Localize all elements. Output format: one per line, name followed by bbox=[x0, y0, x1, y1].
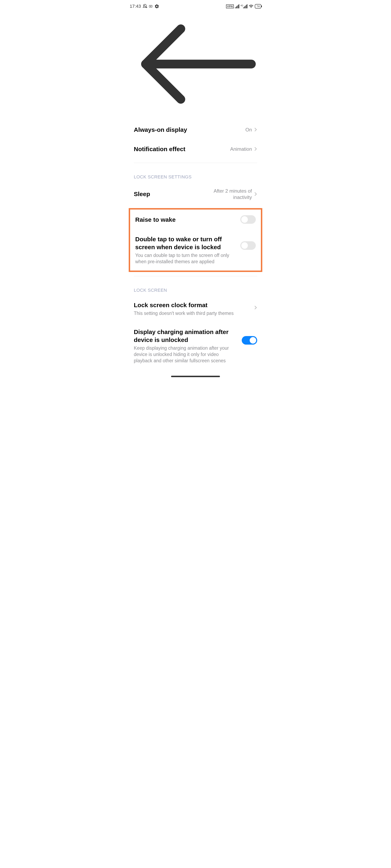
toggle-raise-to-wake[interactable] bbox=[240, 215, 256, 224]
gear-icon bbox=[155, 4, 159, 9]
row-title: Always-on display bbox=[134, 126, 241, 134]
row-title: Lock screen clock format bbox=[134, 301, 250, 309]
section-lock-screen: LOCK SCREEN bbox=[123, 276, 268, 296]
row-title: Raise to wake bbox=[135, 216, 236, 223]
wifi-icon bbox=[249, 4, 254, 9]
battery-box-icon bbox=[149, 5, 153, 8]
row-value: Animation bbox=[230, 146, 252, 152]
row-sleep[interactable]: Sleep After 2 minutes of inactivity bbox=[123, 182, 268, 206]
toggle-double-tap-wake[interactable] bbox=[240, 241, 256, 250]
toggle-knob bbox=[241, 242, 248, 249]
toggle-knob bbox=[241, 216, 248, 223]
row-notification-effect[interactable]: Notification effect Animation bbox=[123, 140, 268, 159]
chevron-right-icon bbox=[254, 192, 257, 196]
status-bar: 17:43 VPN 4G bbox=[123, 0, 268, 11]
row-sub: This setting doesn't work with third par… bbox=[134, 310, 250, 316]
toggle-knob bbox=[250, 337, 256, 344]
signal-2-wrap: 4G bbox=[241, 4, 247, 8]
vpn-badge: VPN bbox=[226, 4, 234, 8]
row-title: Notification effect bbox=[134, 145, 226, 153]
battery-indicator: 74 bbox=[255, 4, 261, 8]
dnd-icon bbox=[143, 4, 147, 9]
toggle-charging-animation[interactable] bbox=[242, 336, 257, 345]
header bbox=[123, 11, 268, 120]
row-title: Display charging animation after device … bbox=[134, 328, 238, 344]
chevron-right-icon bbox=[254, 305, 257, 310]
status-right: VPN 4G 74 bbox=[226, 4, 261, 9]
row-title: Double tap to wake or turn off screen wh… bbox=[135, 235, 236, 251]
row-title: Sleep bbox=[134, 190, 195, 198]
row-clock-format[interactable]: Lock screen clock format This setting do… bbox=[123, 296, 268, 322]
svg-point-1 bbox=[150, 6, 151, 7]
back-arrow-icon[interactable] bbox=[134, 108, 257, 112]
row-value: After 2 minutes of inactivity bbox=[199, 188, 252, 200]
status-left: 17:43 bbox=[130, 4, 159, 9]
navigation-bar bbox=[123, 370, 268, 381]
signal-1-icon bbox=[235, 4, 239, 8]
row-sub: Keep displaying charging animation after… bbox=[134, 345, 238, 364]
home-handle[interactable] bbox=[171, 376, 220, 377]
section-lock-screen-settings: LOCK SCREEN SETTINGS bbox=[123, 163, 268, 182]
row-charging-animation[interactable]: Display charging animation after device … bbox=[123, 322, 268, 370]
row-always-on-display[interactable]: Always-on display On bbox=[123, 120, 268, 140]
chevron-right-icon bbox=[254, 127, 257, 132]
chevron-right-icon bbox=[254, 147, 257, 151]
signal-2-icon bbox=[243, 4, 247, 8]
row-raise-to-wake[interactable]: Raise to wake bbox=[130, 210, 261, 229]
settings-list: Always-on display On Notification effect… bbox=[123, 120, 268, 370]
highlight-box: Raise to wake Double tap to wake or turn… bbox=[129, 208, 262, 272]
status-time: 17:43 bbox=[130, 4, 141, 9]
row-sub: You can double tap to turn the screen of… bbox=[135, 252, 236, 265]
network-label: 4G bbox=[241, 4, 243, 7]
row-double-tap-wake[interactable]: Double tap to wake or turn off screen wh… bbox=[130, 229, 261, 271]
row-value: On bbox=[245, 127, 252, 133]
